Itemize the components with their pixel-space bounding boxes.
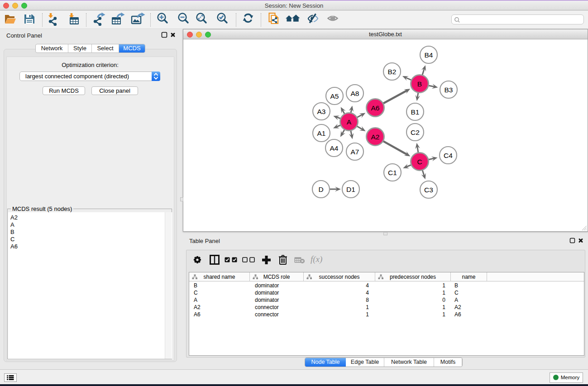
svg-text:D: D <box>318 186 323 193</box>
svg-text:A: A <box>347 118 352 126</box>
svg-text:A6: A6 <box>371 104 380 112</box>
svg-text:A1: A1 <box>317 129 326 137</box>
svg-text:B: B <box>417 80 422 88</box>
svg-text:A4: A4 <box>330 144 339 152</box>
svg-text:C: C <box>417 158 422 166</box>
svg-text:B3: B3 <box>445 86 453 94</box>
svg-text:C4: C4 <box>444 152 453 159</box>
svg-text:A8: A8 <box>351 90 359 97</box>
svg-text:A7: A7 <box>351 148 359 156</box>
svg-text:A2: A2 <box>371 133 380 141</box>
svg-text:C3: C3 <box>424 186 433 194</box>
svg-text:B2: B2 <box>388 68 397 76</box>
svg-text:B4: B4 <box>425 51 433 59</box>
svg-text:C2: C2 <box>411 129 420 136</box>
svg-text:C1: C1 <box>388 169 397 176</box>
svg-text:B1: B1 <box>411 108 420 116</box>
svg-text:D1: D1 <box>346 186 355 193</box>
svg-text:A5: A5 <box>330 92 339 100</box>
svg-text:A3: A3 <box>317 108 326 115</box>
